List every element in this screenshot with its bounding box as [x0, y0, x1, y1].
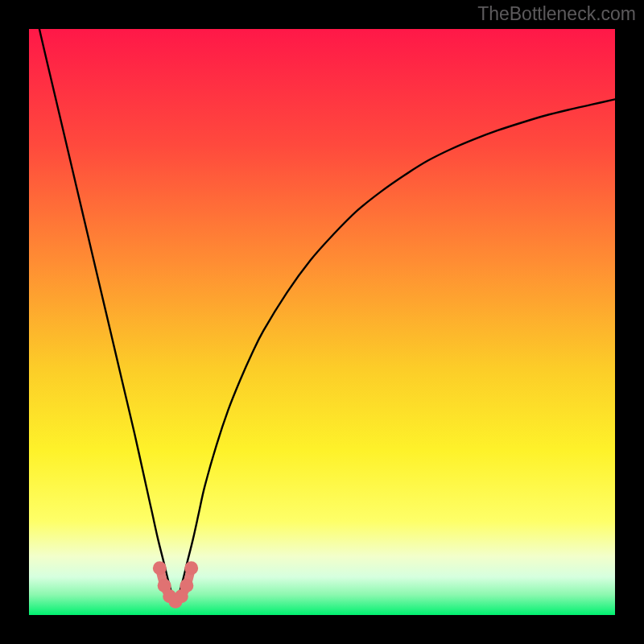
chart-frame: TheBottleneck.com: [0, 0, 644, 644]
optimal-range-marker: [153, 561, 167, 575]
bottleneck-chart: [29, 29, 615, 615]
optimal-range-marker: [184, 561, 198, 575]
gradient-background: [29, 29, 615, 615]
watermark-text: TheBottleneck.com: [477, 3, 636, 25]
optimal-range-marker: [180, 579, 193, 592]
plot-area: [29, 29, 615, 615]
